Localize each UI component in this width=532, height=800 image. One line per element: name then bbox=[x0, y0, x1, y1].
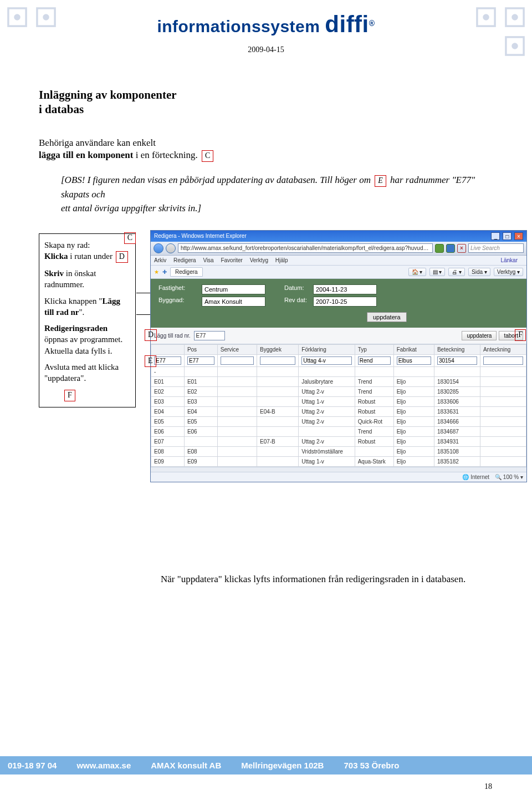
sb-3c: ". bbox=[79, 308, 85, 317]
table-cell bbox=[257, 386, 298, 396]
menu-arkiv[interactable]: Arkiv bbox=[154, 257, 166, 263]
table-row[interactable]: E01E01JalusibrytareTrendEljo1830154 bbox=[151, 376, 526, 386]
table-cell bbox=[480, 426, 526, 436]
table-row[interactable]: E09E09Uttag 1-vAqua-StarkEljo1835182 bbox=[151, 456, 526, 466]
datum-value: 2004-11-23 bbox=[313, 284, 377, 294]
footer-street: Mellringevägen 102B bbox=[241, 761, 324, 770]
table-header: Beteckning bbox=[434, 344, 480, 354]
home-button[interactable]: 🏠 ▾ bbox=[408, 268, 426, 276]
add-row-input[interactable]: E77 bbox=[194, 331, 225, 340]
edit-cell-input[interactable] bbox=[221, 356, 254, 365]
table-row[interactable]: E05E05Uttag 2-vQuick-RotEljo1834666 bbox=[151, 416, 526, 426]
table-cell bbox=[217, 396, 257, 406]
page-dropdown[interactable]: Sida ▾ bbox=[468, 268, 490, 276]
table-cell: 1834931 bbox=[434, 436, 480, 446]
back-button[interactable] bbox=[154, 243, 163, 253]
refresh-button[interactable] bbox=[446, 244, 455, 253]
edit-cell-input[interactable] bbox=[301, 356, 351, 365]
callout-e-figure: E bbox=[145, 355, 156, 367]
table-cell: E05 bbox=[151, 416, 185, 426]
table-cell: Eljo bbox=[393, 396, 434, 406]
edit-cell-input[interactable] bbox=[437, 356, 477, 365]
add-row-label[interactable]: Lägg till rad nr. bbox=[154, 333, 191, 339]
table-cell bbox=[393, 366, 434, 376]
table-cell: E02 bbox=[151, 386, 185, 396]
page-header: informationssystem diffi® 2009-04-15 bbox=[0, 0, 532, 54]
uppdatera-button[interactable]: uppdatera bbox=[462, 331, 497, 340]
table-cell bbox=[217, 436, 257, 446]
close-button[interactable]: × bbox=[514, 232, 523, 240]
table-cell bbox=[480, 366, 526, 376]
table-cell bbox=[217, 406, 257, 416]
table-header: Pos bbox=[184, 344, 217, 354]
table-cell: Trend bbox=[355, 386, 393, 396]
footer-web: www.amax.se bbox=[76, 761, 131, 770]
callout-f-figure: F bbox=[515, 329, 526, 341]
datum-label: Datum: bbox=[270, 284, 309, 294]
feed-button[interactable]: ▤ ▾ bbox=[429, 268, 446, 276]
intro-tail: i en förteckning. bbox=[134, 150, 198, 160]
table-row[interactable]: - bbox=[151, 366, 526, 376]
search-input[interactable]: Live Search bbox=[468, 243, 524, 253]
menu-visa[interactable]: Visa bbox=[203, 257, 213, 263]
stop-button[interactable]: × bbox=[457, 244, 466, 253]
browser-tab[interactable]: Redigera bbox=[170, 267, 203, 277]
maximize-button[interactable]: □ bbox=[503, 232, 511, 240]
logo: informationssystem diffi® bbox=[55, 11, 477, 38]
sb-4b: öppnas av programmet. Aktuella data fyll… bbox=[44, 335, 122, 355]
table-row[interactable]: E03E03Uttag 1-vRobustEljo1833606 bbox=[151, 396, 526, 406]
title-line-2: i databas bbox=[39, 103, 84, 116]
table-cell: 1834666 bbox=[434, 416, 480, 426]
edit-cell-input[interactable] bbox=[187, 356, 214, 365]
edit-cell-input[interactable] bbox=[154, 356, 181, 365]
table-cell: E09 bbox=[151, 456, 185, 466]
minimize-button[interactable]: _ bbox=[491, 232, 500, 240]
table-cell bbox=[217, 456, 257, 466]
table-row[interactable]: E08E08VridströmställareEljo1835108 bbox=[151, 446, 526, 456]
registered-icon: ® bbox=[369, 19, 375, 28]
tools-dropdown[interactable]: Verktyg ▾ bbox=[494, 268, 523, 276]
callout-e-inline: E bbox=[375, 175, 386, 187]
table-cell bbox=[480, 396, 526, 406]
links-dropdown[interactable]: Länkar bbox=[500, 257, 518, 263]
menu-favoriter[interactable]: Favoriter bbox=[221, 257, 242, 263]
intro-bold: lägga till en komponent bbox=[39, 150, 134, 160]
table-cell bbox=[355, 446, 393, 456]
table-cell bbox=[217, 366, 257, 376]
fastighet-label: Fastighet: bbox=[158, 284, 197, 294]
edit-cell-input[interactable] bbox=[260, 356, 295, 365]
table-header: Anteckning bbox=[480, 344, 526, 354]
status-zoom[interactable]: 🔍 100 % ▾ bbox=[495, 474, 523, 480]
address-bar[interactable]: http://www.amax.se/kund_fort/orebroporte… bbox=[178, 243, 433, 253]
menu-verktyg[interactable]: Verktyg bbox=[250, 257, 268, 263]
edit-cell-input[interactable] bbox=[483, 356, 523, 365]
table-cell: Uttag 2-v bbox=[299, 416, 355, 426]
table-cell bbox=[480, 446, 526, 456]
table-cell: Uttag 1-v bbox=[299, 456, 355, 466]
caption-text: När "uppdatera" klickas lyfts informatio… bbox=[161, 574, 493, 585]
table-cell: Robust bbox=[355, 406, 393, 416]
menu-redigera[interactable]: Redigera bbox=[173, 257, 196, 263]
table-row[interactable]: E06E06TrendEljo1834687 bbox=[151, 426, 526, 436]
menu-hjalp[interactable]: Hjälp bbox=[275, 257, 288, 263]
data-table: PosServiceByggdekFörklaringTypFabrikatBe… bbox=[151, 344, 526, 467]
page-number: 18 bbox=[484, 782, 492, 791]
table-cell: E01 bbox=[151, 376, 185, 386]
table-row[interactable]: E04E04E04-BUttag 2-vRobustEljo1833631 bbox=[151, 406, 526, 416]
horizontal-scrollbar[interactable] bbox=[151, 467, 526, 472]
go-button[interactable] bbox=[435, 244, 444, 253]
table-cell bbox=[257, 366, 298, 376]
table-row[interactable]: E07E07-BUttag 2-vRobustEljo1834931 bbox=[151, 436, 526, 446]
print-button[interactable]: 🖨 ▾ bbox=[448, 268, 465, 276]
edit-cell-input[interactable] bbox=[397, 356, 431, 365]
table-cell bbox=[217, 426, 257, 436]
table-row[interactable]: E02E02Uttag 2-vTrendEljo1830285 bbox=[151, 386, 526, 396]
edit-cell-input[interactable] bbox=[358, 356, 391, 365]
uppdatera-button-top[interactable]: uppdatera bbox=[367, 312, 407, 322]
title-line-1: Inläggning av komponenter bbox=[39, 88, 177, 101]
table-cell bbox=[257, 376, 298, 386]
forward-button[interactable] bbox=[166, 243, 176, 253]
sb-1a: Skapa ny rad: bbox=[44, 241, 90, 249]
table-cell: E08 bbox=[184, 446, 217, 456]
table-cell: 1835108 bbox=[434, 446, 480, 456]
